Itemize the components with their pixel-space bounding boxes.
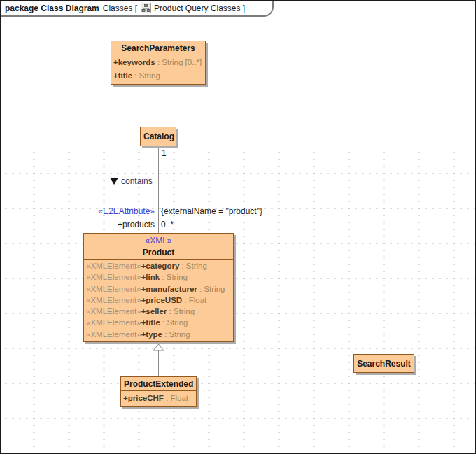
association-constraint[interactable]: {externalName = "product"} xyxy=(161,206,262,216)
class-title: ProductExtended xyxy=(121,377,196,391)
attribute-compartment: «XMLElement»+category : String «XMLEleme… xyxy=(84,260,233,341)
diagram-frame-tab[interactable]: package Class Diagram Classes [ Product … xyxy=(1,1,274,17)
class-title: Product xyxy=(84,246,233,259)
association-role[interactable]: +products xyxy=(43,220,155,229)
attribute-row[interactable]: «XMLElement»+seller : String xyxy=(86,306,231,317)
association-stereotype[interactable]: «E2EAttribute» xyxy=(43,206,155,216)
frame-kind-label: package Class Diagram xyxy=(5,3,99,13)
class-search-parameters[interactable]: SearchParameters +keywords : String [0..… xyxy=(111,41,206,85)
class-diagram-icon xyxy=(141,3,151,13)
association-multiplicity-target[interactable]: 0..* xyxy=(161,220,174,229)
attribute-compartment: +keywords : String [0..*] +title : Strin… xyxy=(111,55,205,84)
generalization-arrowhead xyxy=(153,341,164,354)
diagram-canvas: package Class Diagram Classes [ Product … xyxy=(0,0,476,454)
attribute-row[interactable]: +title : String xyxy=(113,69,203,83)
attribute-row[interactable]: «XMLElement»+type : String xyxy=(86,329,231,340)
frame-diagram-label: Product Query Classes ] xyxy=(154,3,245,13)
attribute-row[interactable]: +priceCHF : Float xyxy=(123,392,194,405)
attribute-row[interactable]: «XMLElement»+link : String xyxy=(86,271,231,283)
association-name[interactable]: contains xyxy=(121,176,153,186)
attribute-row[interactable]: «XMLElement»+category : String xyxy=(86,260,231,271)
class-title: SearchResult xyxy=(354,355,414,372)
attribute-row[interactable]: +keywords : String [0..*] xyxy=(113,56,203,69)
class-stereotype: «XML» xyxy=(84,234,233,246)
frame-context-label: Classes [ xyxy=(103,3,137,13)
association-direction-icon xyxy=(110,178,118,185)
association-multiplicity-source[interactable]: 1 xyxy=(162,148,167,158)
attribute-row[interactable]: «XMLElement»+priceUSD : Float xyxy=(86,295,231,306)
attribute-row[interactable]: «XMLElement»+title : String xyxy=(86,317,231,328)
class-title: Catalog xyxy=(141,127,176,146)
class-catalog[interactable]: Catalog xyxy=(140,127,176,146)
class-search-result[interactable]: SearchResult xyxy=(354,354,414,373)
class-product[interactable]: «XML» Product «XMLElement»+category : St… xyxy=(83,233,234,342)
class-header: «XML» Product xyxy=(84,234,233,260)
attribute-compartment: +priceCHF : Float xyxy=(121,391,196,406)
attribute-row[interactable]: «XMLElement»+manufacturer : String xyxy=(86,283,231,295)
class-title: SearchParameters xyxy=(111,41,205,55)
class-product-extended[interactable]: ProductExtended +priceCHF : Float xyxy=(120,376,197,407)
association-line-catalog-product[interactable] xyxy=(158,146,159,233)
